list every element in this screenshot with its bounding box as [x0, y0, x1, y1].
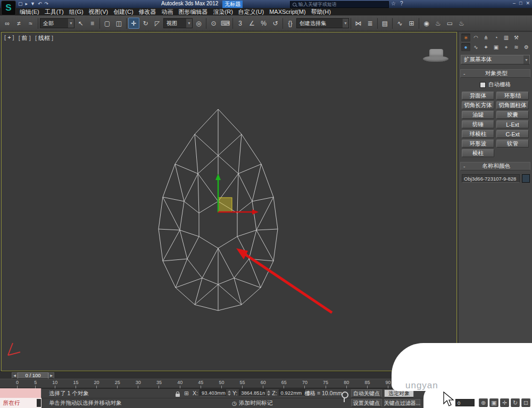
align-icon[interactable]: ≣: [364, 18, 376, 29]
help-search-input[interactable]: 输入关键字或短语: [290, 1, 389, 8]
maximize-viewport-icon[interactable]: ⊡: [521, 398, 530, 407]
render-production-icon[interactable]: ♨: [456, 18, 467, 29]
zoom-icon[interactable]: ⊕: [479, 398, 488, 407]
category-spacewarps-icon[interactable]: ≋: [512, 43, 521, 51]
undo-icon[interactable]: ↶: [38, 1, 42, 7]
material-editor-icon[interactable]: ◉: [421, 18, 432, 29]
object-color-swatch[interactable]: [522, 174, 530, 183]
snaps-toggle-icon[interactable]: 3: [235, 18, 246, 29]
communities-star-icon[interactable]: ☆: [391, 1, 396, 6]
menu-item[interactable]: MAXScript(M): [267, 8, 308, 15]
curve-editor-icon[interactable]: ∿: [394, 18, 405, 29]
select-and-move-icon[interactable]: ✛: [128, 18, 139, 29]
menu-item[interactable]: 工具(T): [42, 8, 66, 15]
x-coordinate-input[interactable]: 93.403mm: [200, 389, 226, 396]
tab-hierarchy[interactable]: ⋔: [481, 34, 491, 42]
menu-item[interactable]: 帮助(H): [309, 8, 334, 15]
object-type-button[interactable]: 球棱柱: [462, 130, 494, 138]
category-cameras-icon[interactable]: ▣: [492, 43, 501, 51]
object-type-button[interactable]: 棱柱: [462, 149, 494, 157]
edit-named-sets-icon[interactable]: {}: [285, 18, 296, 29]
percent-snap-icon[interactable]: %: [258, 18, 269, 29]
new-file-icon[interactable]: ▢: [18, 1, 23, 7]
viewport-menu-general[interactable]: +: [4, 34, 14, 42]
category-geometry-icon[interactable]: ●: [461, 43, 470, 51]
zoom-extents-icon[interactable]: ▣: [489, 398, 498, 407]
spinner-snap-icon[interactable]: ↺: [270, 18, 281, 29]
maxscript-mini-listener[interactable]: 所在行: [0, 398, 41, 408]
selection-filter-dropdown[interactable]: 全部▼: [40, 18, 74, 28]
tab-create[interactable]: ∗: [461, 34, 470, 42]
select-and-link-icon[interactable]: ∞: [2, 18, 13, 29]
viewport-menu-view[interactable]: 前: [19, 34, 31, 42]
current-frame-input[interactable]: 0: [455, 399, 475, 406]
tab-utilities[interactable]: ⚒: [512, 34, 521, 42]
use-pivot-center-icon[interactable]: ◎: [193, 18, 204, 29]
absolute-mode-toggle-icon[interactable]: ⊞: [184, 390, 189, 396]
category-shapes-icon[interactable]: ∿: [471, 43, 480, 51]
object-type-button[interactable]: 切角圆柱体: [496, 101, 529, 109]
move-gizmo[interactable]: [215, 174, 259, 215]
time-slider-track[interactable]: ◀ 0 / 100 ▶: [0, 371, 457, 379]
select-and-manipulate-icon[interactable]: ⊙: [208, 18, 219, 29]
open-file-icon[interactable]: ▸: [26, 1, 28, 7]
window-crossing-icon[interactable]: ◫: [113, 18, 124, 29]
rollout-object-type[interactable]: - 对象类型: [460, 69, 530, 78]
object-type-button[interactable]: 油罐: [462, 111, 494, 119]
unlink-selection-icon[interactable]: ≠: [13, 18, 24, 29]
maximize-icon[interactable]: □: [519, 1, 522, 6]
x-spinner[interactable]: [228, 390, 231, 396]
selection-lock-icon[interactable]: [176, 391, 180, 398]
menu-item[interactable]: 渲染(R): [211, 8, 236, 15]
set-key-button[interactable]: 设置关键点: [351, 399, 382, 407]
angle-snap-icon[interactable]: ∠: [246, 18, 257, 29]
viewport-menu-shading[interactable]: 线框: [35, 34, 53, 42]
auto-key-button[interactable]: 自动关键点: [351, 389, 382, 397]
listener-grip[interactable]: [37, 399, 41, 407]
object-type-button[interactable]: 环形波: [462, 140, 494, 148]
select-and-rotate-icon[interactable]: ↻: [140, 18, 151, 29]
menu-item[interactable]: 修改器: [136, 8, 159, 15]
render-setup-icon[interactable]: ♨: [433, 18, 444, 29]
menu-item[interactable]: 自定义(U): [236, 8, 267, 15]
category-lights-icon[interactable]: ✦: [481, 43, 491, 51]
pan-icon[interactable]: ✛: [500, 398, 509, 407]
menu-item[interactable]: 创建(C): [111, 8, 136, 15]
object-type-button[interactable]: 异面体: [462, 92, 494, 100]
save-file-icon[interactable]: ▼: [30, 1, 35, 7]
macro-recorder-field[interactable]: [0, 388, 41, 398]
category-helpers-icon[interactable]: ⌖: [502, 43, 511, 51]
object-name-input[interactable]: Obj3d66-723107-9-828: [462, 174, 520, 183]
track-bar[interactable]: 0510152025303540455055606570758085909510…: [0, 379, 457, 388]
time-slider-handle[interactable]: 0 / 100: [18, 372, 48, 379]
menu-item[interactable]: 编辑(E): [17, 8, 42, 15]
next-frame-icon[interactable]: ▶: [48, 372, 54, 379]
menu-item[interactable]: 动画: [159, 8, 176, 15]
previous-frame-icon[interactable]: ◀: [12, 372, 18, 379]
select-object-icon[interactable]: ↖: [75, 18, 86, 29]
tab-motion[interactable]: ◔: [492, 34, 501, 42]
keyboard-override-icon[interactable]: ⌨: [220, 18, 231, 29]
tab-display[interactable]: ▥: [502, 34, 511, 42]
viewcube-widget[interactable]: [423, 49, 450, 68]
object-type-button[interactable]: 切角长方体: [462, 101, 494, 109]
app-menu-logo-icon[interactable]: S: [1, 1, 16, 15]
object-type-button[interactable]: 纺锤: [462, 120, 494, 128]
set-keys-key-icon[interactable]: [342, 391, 348, 399]
orbit-icon[interactable]: ↻: [511, 398, 520, 407]
autogrid-checkbox[interactable]: [480, 82, 486, 88]
object-type-button[interactable]: 环形结: [496, 92, 529, 100]
menu-item[interactable]: 图形编辑器: [176, 8, 211, 15]
key-filters-button[interactable]: 关键点过滤器...: [384, 399, 420, 407]
redo-icon[interactable]: ↷: [45, 1, 49, 7]
geometry-category-dropdown[interactable]: 扩展基本体▼: [461, 55, 530, 64]
tab-modify[interactable]: ◠: [471, 34, 480, 42]
y-coordinate-input[interactable]: 3864.851n: [239, 389, 265, 396]
viewport-canvas[interactable]: [1, 32, 457, 371]
category-systems-icon[interactable]: ⚙: [522, 43, 531, 51]
rollout-name-color[interactable]: - 名称和颜色: [460, 162, 530, 170]
close-icon[interactable]: ✕: [526, 1, 530, 6]
y-spinner[interactable]: [267, 390, 270, 396]
select-and-scale-icon[interactable]: ◸: [152, 18, 163, 29]
object-type-button[interactable]: 胶囊: [496, 111, 529, 119]
